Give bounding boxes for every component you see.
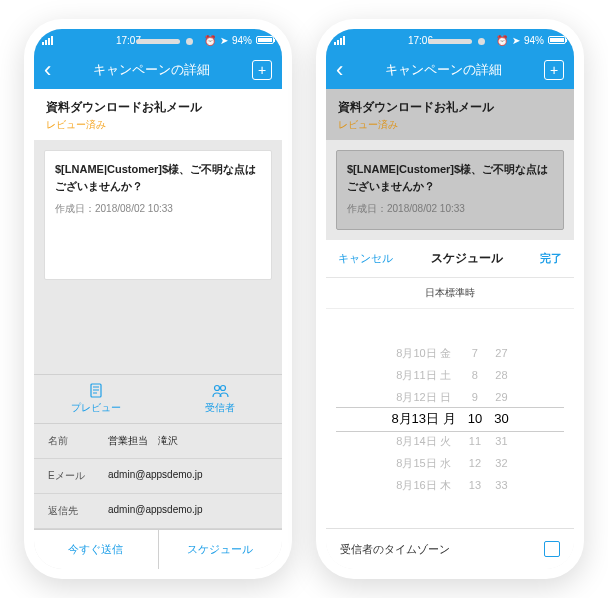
schedule-button[interactable]: スケジュール xyxy=(159,530,283,569)
done-button[interactable]: 完了 xyxy=(540,251,562,266)
signal-icon xyxy=(334,36,345,45)
tab-preview-label: プレビュー xyxy=(71,402,121,413)
sheet-header: キャンセル スケジュール 完了 xyxy=(326,240,574,278)
timezone-label: 日本標準時 xyxy=(326,278,574,309)
battery-pct: 94% xyxy=(524,35,544,46)
email-subject: $[LNAME|Customer]$様、ご不明な点はございませんか？ xyxy=(347,161,553,194)
send-now-button[interactable]: 今すぐ送信 xyxy=(34,530,159,569)
campaign-title: 資料ダウンロードお礼メール xyxy=(338,99,562,116)
document-icon xyxy=(88,383,104,399)
schedule-sheet: キャンセル スケジュール 完了 日本標準時 8月10日 金 8月11日 土 8月… xyxy=(326,240,574,569)
row-email: Eメール admin@appsdemo.jp xyxy=(34,459,282,494)
status-bar: 17:06 ⏰ ➤ 94% xyxy=(326,29,574,51)
alarm-icon: ⏰ xyxy=(204,35,216,46)
campaign-header: 資料ダウンロードお礼メール レビュー済み xyxy=(34,89,282,140)
email-card[interactable]: $[LNAME|Customer]$様、ご不明な点はございませんか？ 作成日：2… xyxy=(336,150,564,230)
tab-recipients-label: 受信者 xyxy=(205,402,235,413)
screen-right: 17:06 ⏰ ➤ 94% ‹ キャンペーンの詳細 + 資料ダウンロードお礼メー… xyxy=(326,29,574,569)
signal-icon xyxy=(42,36,53,45)
nav-bar: ‹ キャンペーンの詳細 + xyxy=(34,51,282,89)
replyto-value: admin@appsdemo.jp xyxy=(108,504,203,518)
add-button[interactable]: + xyxy=(544,60,564,80)
battery-icon xyxy=(548,36,566,44)
datetime-picker[interactable]: 8月10日 金 8月11日 土 8月12日 日 8月13日 月 8月14日 火 … xyxy=(326,309,574,528)
phone-right: 17:06 ⏰ ➤ 94% ‹ キャンペーンの詳細 + 資料ダウンロードお礼メー… xyxy=(316,19,584,579)
screen-left: 17:07 ⏰ ➤ 94% ‹ キャンペーンの詳細 + 資料ダウンロードお礼メー… xyxy=(34,29,282,569)
nav-title: キャンペーンの詳細 xyxy=(385,61,502,79)
battery-icon xyxy=(256,36,274,44)
row-name: 名前 営業担当 滝沢 xyxy=(34,424,282,459)
email-value: admin@appsdemo.jp xyxy=(108,469,203,483)
people-icon xyxy=(211,383,229,399)
picker-hour-col[interactable]: 7 8 9 10 11 12 13 xyxy=(468,342,482,496)
tabs: プレビュー 受信者 xyxy=(34,374,282,424)
email-card[interactable]: $[LNAME|Customer]$様、ご不明な点はございませんか？ 作成日：2… xyxy=(44,150,272,280)
picker-date-col[interactable]: 8月10日 金 8月11日 土 8月12日 日 8月13日 月 8月14日 火 … xyxy=(391,342,455,496)
replyto-label: 返信先 xyxy=(48,504,108,518)
campaign-header: 資料ダウンロードお礼メール レビュー済み xyxy=(326,89,574,140)
back-button[interactable]: ‹ xyxy=(44,57,51,83)
footer-actions: 今すぐ送信 スケジュール xyxy=(34,529,282,569)
status-bar: 17:07 ⏰ ➤ 94% xyxy=(34,29,282,51)
tab-recipients[interactable]: 受信者 xyxy=(158,375,282,423)
back-button[interactable]: ‹ xyxy=(336,57,343,83)
campaign-title: 資料ダウンロードお礼メール xyxy=(46,99,270,116)
email-created: 作成日：2018/08/02 10:33 xyxy=(55,202,261,216)
phone-left: 17:07 ⏰ ➤ 94% ‹ キャンペーンの詳細 + 資料ダウンロードお礼メー… xyxy=(24,19,292,579)
info-section: 名前 営業担当 滝沢 Eメール admin@appsdemo.jp 返信先 ad… xyxy=(34,424,282,529)
name-value: 営業担当 滝沢 xyxy=(108,434,178,448)
recipient-tz-row[interactable]: 受信者のタイムゾーン xyxy=(326,528,574,569)
nav-title: キャンペーンの詳細 xyxy=(93,61,210,79)
email-label: Eメール xyxy=(48,469,108,483)
campaign-status: レビュー済み xyxy=(338,118,562,132)
location-icon: ➤ xyxy=(220,35,228,46)
campaign-status: レビュー済み xyxy=(46,118,270,132)
sheet-title: スケジュール xyxy=(431,250,503,267)
svg-point-4 xyxy=(215,386,220,391)
cancel-button[interactable]: キャンセル xyxy=(338,251,393,266)
nav-bar: ‹ キャンペーンの詳細 + xyxy=(326,51,574,89)
battery-pct: 94% xyxy=(232,35,252,46)
recipient-tz-label: 受信者のタイムゾーン xyxy=(340,542,450,557)
tab-preview[interactable]: プレビュー xyxy=(34,375,158,423)
row-replyto: 返信先 admin@appsdemo.jp xyxy=(34,494,282,529)
add-button[interactable]: + xyxy=(252,60,272,80)
status-time: 17:07 xyxy=(116,35,141,46)
svg-point-5 xyxy=(221,386,226,391)
name-label: 名前 xyxy=(48,434,108,448)
email-created: 作成日：2018/08/02 10:33 xyxy=(347,202,553,216)
picker-min-col[interactable]: 27 28 29 30 31 32 33 xyxy=(494,342,508,496)
location-icon: ➤ xyxy=(512,35,520,46)
status-time: 17:06 xyxy=(408,35,433,46)
email-subject: $[LNAME|Customer]$様、ご不明な点はございませんか？ xyxy=(55,161,261,194)
recipient-tz-checkbox[interactable] xyxy=(544,541,560,557)
alarm-icon: ⏰ xyxy=(496,35,508,46)
